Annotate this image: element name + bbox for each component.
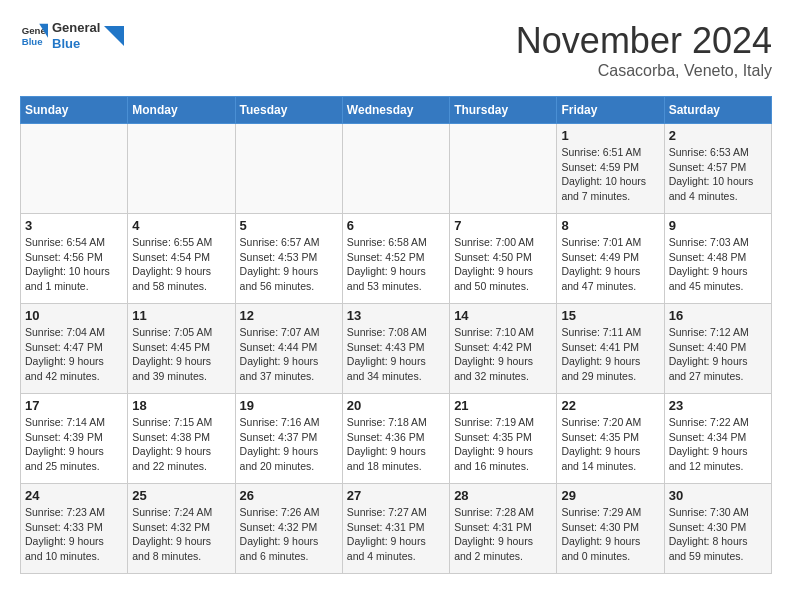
day-number: 3 xyxy=(25,218,123,233)
calendar-week-row: 17Sunrise: 7:14 AM Sunset: 4:39 PM Dayli… xyxy=(21,394,772,484)
calendar-cell: 2Sunrise: 6:53 AM Sunset: 4:57 PM Daylig… xyxy=(664,124,771,214)
calendar-cell: 19Sunrise: 7:16 AM Sunset: 4:37 PM Dayli… xyxy=(235,394,342,484)
day-number: 19 xyxy=(240,398,338,413)
day-number: 30 xyxy=(669,488,767,503)
day-number: 21 xyxy=(454,398,552,413)
svg-text:Blue: Blue xyxy=(22,35,43,46)
calendar-cell xyxy=(235,124,342,214)
logo-general: General xyxy=(52,20,100,35)
day-info: Sunrise: 7:05 AM Sunset: 4:45 PM Dayligh… xyxy=(132,325,230,384)
calendar-cell xyxy=(21,124,128,214)
day-info: Sunrise: 7:03 AM Sunset: 4:48 PM Dayligh… xyxy=(669,235,767,294)
day-number: 29 xyxy=(561,488,659,503)
day-number: 10 xyxy=(25,308,123,323)
day-info: Sunrise: 7:27 AM Sunset: 4:31 PM Dayligh… xyxy=(347,505,445,564)
day-info: Sunrise: 7:30 AM Sunset: 4:30 PM Dayligh… xyxy=(669,505,767,564)
day-number: 4 xyxy=(132,218,230,233)
day-number: 13 xyxy=(347,308,445,323)
day-info: Sunrise: 6:54 AM Sunset: 4:56 PM Dayligh… xyxy=(25,235,123,294)
day-number: 8 xyxy=(561,218,659,233)
calendar-cell: 29Sunrise: 7:29 AM Sunset: 4:30 PM Dayli… xyxy=(557,484,664,574)
day-number: 27 xyxy=(347,488,445,503)
calendar-cell: 3Sunrise: 6:54 AM Sunset: 4:56 PM Daylig… xyxy=(21,214,128,304)
day-info: Sunrise: 7:04 AM Sunset: 4:47 PM Dayligh… xyxy=(25,325,123,384)
calendar-cell xyxy=(450,124,557,214)
logo-triangle-icon xyxy=(104,26,124,46)
day-info: Sunrise: 7:24 AM Sunset: 4:32 PM Dayligh… xyxy=(132,505,230,564)
calendar-cell: 9Sunrise: 7:03 AM Sunset: 4:48 PM Daylig… xyxy=(664,214,771,304)
day-info: Sunrise: 7:19 AM Sunset: 4:35 PM Dayligh… xyxy=(454,415,552,474)
calendar-cell xyxy=(128,124,235,214)
day-info: Sunrise: 7:11 AM Sunset: 4:41 PM Dayligh… xyxy=(561,325,659,384)
calendar-cell: 27Sunrise: 7:27 AM Sunset: 4:31 PM Dayli… xyxy=(342,484,449,574)
day-number: 24 xyxy=(25,488,123,503)
calendar-cell: 4Sunrise: 6:55 AM Sunset: 4:54 PM Daylig… xyxy=(128,214,235,304)
day-number: 28 xyxy=(454,488,552,503)
title-block: November 2024 Casacorba, Veneto, Italy xyxy=(516,20,772,80)
day-info: Sunrise: 7:12 AM Sunset: 4:40 PM Dayligh… xyxy=(669,325,767,384)
day-info: Sunrise: 7:01 AM Sunset: 4:49 PM Dayligh… xyxy=(561,235,659,294)
day-info: Sunrise: 7:26 AM Sunset: 4:32 PM Dayligh… xyxy=(240,505,338,564)
day-info: Sunrise: 7:08 AM Sunset: 4:43 PM Dayligh… xyxy=(347,325,445,384)
day-number: 9 xyxy=(669,218,767,233)
day-number: 12 xyxy=(240,308,338,323)
weekday-header: Sunday xyxy=(21,97,128,124)
day-number: 17 xyxy=(25,398,123,413)
calendar-cell: 11Sunrise: 7:05 AM Sunset: 4:45 PM Dayli… xyxy=(128,304,235,394)
weekday-header: Friday xyxy=(557,97,664,124)
calendar-cell: 15Sunrise: 7:11 AM Sunset: 4:41 PM Dayli… xyxy=(557,304,664,394)
day-number: 2 xyxy=(669,128,767,143)
day-info: Sunrise: 6:55 AM Sunset: 4:54 PM Dayligh… xyxy=(132,235,230,294)
day-info: Sunrise: 7:18 AM Sunset: 4:36 PM Dayligh… xyxy=(347,415,445,474)
day-info: Sunrise: 6:53 AM Sunset: 4:57 PM Dayligh… xyxy=(669,145,767,204)
calendar-cell: 5Sunrise: 6:57 AM Sunset: 4:53 PM Daylig… xyxy=(235,214,342,304)
day-info: Sunrise: 7:00 AM Sunset: 4:50 PM Dayligh… xyxy=(454,235,552,294)
logo: General Blue General Blue xyxy=(20,20,124,51)
calendar-cell: 7Sunrise: 7:00 AM Sunset: 4:50 PM Daylig… xyxy=(450,214,557,304)
calendar-cell: 21Sunrise: 7:19 AM Sunset: 4:35 PM Dayli… xyxy=(450,394,557,484)
calendar-cell: 13Sunrise: 7:08 AM Sunset: 4:43 PM Dayli… xyxy=(342,304,449,394)
day-info: Sunrise: 7:14 AM Sunset: 4:39 PM Dayligh… xyxy=(25,415,123,474)
day-info: Sunrise: 7:15 AM Sunset: 4:38 PM Dayligh… xyxy=(132,415,230,474)
calendar-cell: 23Sunrise: 7:22 AM Sunset: 4:34 PM Dayli… xyxy=(664,394,771,484)
calendar-cell: 22Sunrise: 7:20 AM Sunset: 4:35 PM Dayli… xyxy=(557,394,664,484)
day-info: Sunrise: 7:10 AM Sunset: 4:42 PM Dayligh… xyxy=(454,325,552,384)
day-number: 16 xyxy=(669,308,767,323)
day-info: Sunrise: 7:29 AM Sunset: 4:30 PM Dayligh… xyxy=(561,505,659,564)
calendar-cell: 30Sunrise: 7:30 AM Sunset: 4:30 PM Dayli… xyxy=(664,484,771,574)
day-number: 14 xyxy=(454,308,552,323)
calendar-week-row: 24Sunrise: 7:23 AM Sunset: 4:33 PM Dayli… xyxy=(21,484,772,574)
day-number: 5 xyxy=(240,218,338,233)
day-number: 1 xyxy=(561,128,659,143)
calendar-header-row: SundayMondayTuesdayWednesdayThursdayFrid… xyxy=(21,97,772,124)
month-title: November 2024 xyxy=(516,20,772,62)
calendar-week-row: 10Sunrise: 7:04 AM Sunset: 4:47 PM Dayli… xyxy=(21,304,772,394)
calendar-cell: 12Sunrise: 7:07 AM Sunset: 4:44 PM Dayli… xyxy=(235,304,342,394)
calendar-cell: 25Sunrise: 7:24 AM Sunset: 4:32 PM Dayli… xyxy=(128,484,235,574)
day-info: Sunrise: 7:07 AM Sunset: 4:44 PM Dayligh… xyxy=(240,325,338,384)
day-info: Sunrise: 7:16 AM Sunset: 4:37 PM Dayligh… xyxy=(240,415,338,474)
day-info: Sunrise: 7:28 AM Sunset: 4:31 PM Dayligh… xyxy=(454,505,552,564)
page-header: General Blue General Blue November 2024 … xyxy=(20,20,772,80)
day-number: 7 xyxy=(454,218,552,233)
weekday-header: Wednesday xyxy=(342,97,449,124)
calendar-cell: 24Sunrise: 7:23 AM Sunset: 4:33 PM Dayli… xyxy=(21,484,128,574)
day-number: 6 xyxy=(347,218,445,233)
day-info: Sunrise: 6:51 AM Sunset: 4:59 PM Dayligh… xyxy=(561,145,659,204)
day-info: Sunrise: 7:23 AM Sunset: 4:33 PM Dayligh… xyxy=(25,505,123,564)
calendar-cell: 26Sunrise: 7:26 AM Sunset: 4:32 PM Dayli… xyxy=(235,484,342,574)
calendar-cell: 14Sunrise: 7:10 AM Sunset: 4:42 PM Dayli… xyxy=(450,304,557,394)
calendar-week-row: 3Sunrise: 6:54 AM Sunset: 4:56 PM Daylig… xyxy=(21,214,772,304)
day-number: 23 xyxy=(669,398,767,413)
day-info: Sunrise: 7:22 AM Sunset: 4:34 PM Dayligh… xyxy=(669,415,767,474)
svg-marker-3 xyxy=(104,26,124,46)
weekday-header: Tuesday xyxy=(235,97,342,124)
calendar-cell: 18Sunrise: 7:15 AM Sunset: 4:38 PM Dayli… xyxy=(128,394,235,484)
day-number: 26 xyxy=(240,488,338,503)
calendar-cell: 10Sunrise: 7:04 AM Sunset: 4:47 PM Dayli… xyxy=(21,304,128,394)
calendar-cell: 1Sunrise: 6:51 AM Sunset: 4:59 PM Daylig… xyxy=(557,124,664,214)
day-info: Sunrise: 6:57 AM Sunset: 4:53 PM Dayligh… xyxy=(240,235,338,294)
day-number: 18 xyxy=(132,398,230,413)
logo-icon: General Blue xyxy=(20,22,48,50)
calendar-cell: 17Sunrise: 7:14 AM Sunset: 4:39 PM Dayli… xyxy=(21,394,128,484)
